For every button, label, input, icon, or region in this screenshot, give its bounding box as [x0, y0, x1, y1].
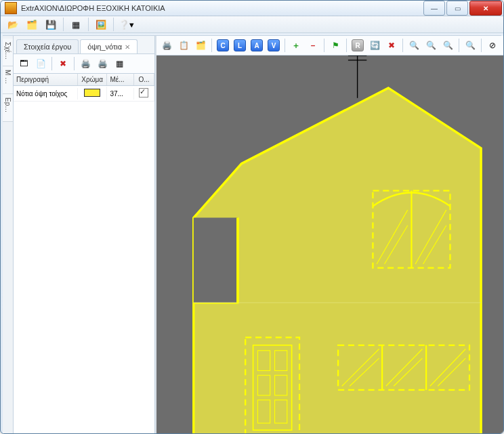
flag-icon[interactable]: ⚑ — [328, 38, 343, 53]
document-tabs: Στοιχεία έργου όψη_νότια ✕ — [14, 36, 154, 54]
open-icon[interactable]: 📂 — [5, 16, 21, 32]
drawing-canvas[interactable] — [156, 56, 504, 434]
cell-desc: Νότια όψη τοίχος — [14, 88, 78, 100]
tab-project-label: Στοιχεία έργου — [24, 43, 71, 51]
r-badge-button[interactable]: R — [350, 38, 365, 53]
table-row[interactable]: Νότια όψη τοίχος 37... — [14, 86, 154, 102]
subtract-icon[interactable]: － — [306, 38, 320, 53]
left-panel: Στοιχεία έργου όψη_νότια ✕ 🗔 📄 ✖ 🖨️ 🖨️ ▦ — [14, 36, 155, 434]
tab-project[interactable]: Στοιχεία έργου — [16, 39, 79, 53]
col-color[interactable]: Χρώμα — [78, 74, 107, 85]
folder-icon[interactable]: 🗂️ — [24, 16, 40, 32]
zoom-out-icon[interactable]: 🔍 — [423, 38, 438, 53]
app-icon — [5, 2, 17, 14]
exclude-icon[interactable]: ⊘ — [485, 38, 500, 53]
col-desc[interactable]: Περιγραφή — [14, 74, 78, 85]
properties-grid: Περιγραφή Χρώμα Μέ... O... Νότια όψη τοί… — [14, 74, 154, 434]
main-toolbar: 📂 🗂️ 💾 ▦ 🖼️ ❔▾ — [1, 16, 503, 33]
copy-icon[interactable]: 📄 — [33, 56, 48, 71]
vtab-1[interactable]: Σχέ… — [3, 39, 13, 66]
app-window: ExtrAXION\ΔΙΩΡΟΦΗ ΕΞΟΧΙΚΗ ΚΑΤΟΙΚΙΑ — ▭ ✕… — [0, 0, 504, 434]
vtab-3[interactable]: Εp… — [3, 94, 13, 122]
titlebar: ExtrAXION\ΔΙΩΡΟΦΗ ΕΞΟΧΙΚΗ ΚΑΤΟΙΚΙΑ — ▭ ✕ — [1, 1, 503, 16]
table-icon[interactable]: ▦ — [112, 56, 127, 71]
tab-view-label: όψη_νότια — [87, 43, 122, 51]
viewer-toolbar: 🖨️ 📋 🗂️ C L A V ＋ － ⚑ R 🔄 ✖ 🔍 🔍 — [156, 36, 504, 56]
cell-color — [78, 87, 107, 100]
door — [245, 337, 299, 434]
clipboard-icon[interactable]: 📋 — [176, 38, 191, 53]
window-title: ExtrAXION\ΔΙΩΡΟΦΗ ΕΞΟΧΙΚΗ ΚΑΤΟΙΚΙΑ — [21, 4, 422, 12]
vtab-2[interactable]: Μ … — [3, 66, 13, 94]
zoom-extents-icon[interactable]: 🔍 — [463, 38, 478, 53]
l-mode-button[interactable]: L — [232, 38, 247, 53]
lower-windows — [338, 345, 469, 390]
c-mode-button[interactable]: C — [215, 38, 230, 53]
zoom-in-icon[interactable]: 🔍 — [406, 38, 421, 53]
layout-icon[interactable]: 🖼️ — [93, 16, 109, 32]
close-button[interactable]: ✕ — [469, 1, 502, 16]
refresh-icon[interactable]: 🔄 — [367, 38, 382, 53]
content-area: Σχέ… Μ … Εp… Στοιχεία έργου όψη_νότια ✕ … — [3, 35, 501, 434]
add-icon[interactable]: ＋ — [289, 38, 303, 53]
delete-icon[interactable]: ✖ — [56, 56, 70, 71]
drawing-viewer: 🖨️ 📋 🗂️ C L A V ＋ － ⚑ R 🔄 ✖ 🔍 🔍 — [156, 36, 504, 434]
upper-window — [373, 191, 450, 268]
grid-icon[interactable]: ▦ — [68, 16, 84, 32]
print-preview-icon[interactable]: 🖨️ — [95, 56, 110, 71]
v-mode-button[interactable]: V — [266, 38, 281, 53]
col-meas[interactable]: Μέ... — [107, 74, 134, 85]
tab-close-icon[interactable]: ✕ — [125, 43, 130, 51]
print-icon[interactable]: 🖨️ — [78, 56, 93, 71]
help-icon[interactable]: ❔▾ — [118, 16, 134, 32]
layers-icon[interactable]: 🗂️ — [193, 38, 208, 53]
minimize-button[interactable]: — — [423, 1, 445, 16]
checkbox-checked-icon[interactable] — [139, 88, 148, 97]
zoom-window-icon[interactable]: 🔍 — [440, 38, 455, 53]
col-o[interactable]: O... — [134, 74, 154, 85]
grid-header: Περιγραφή Χρώμα Μέ... O... — [14, 74, 154, 86]
cell-o — [134, 86, 154, 101]
a-mode-button[interactable]: A — [249, 38, 264, 53]
print-drawing-icon[interactable]: 🖨️ — [159, 38, 174, 53]
window-icon[interactable]: 🗔 — [16, 56, 31, 71]
panel-toolbar: 🗔 📄 ✖ 🖨️ 🖨️ ▦ — [14, 54, 154, 74]
cell-meas: 37... — [107, 88, 134, 100]
cancel-icon[interactable]: ✖ — [384, 38, 399, 53]
tab-view[interactable]: όψη_νότια ✕ — [80, 39, 138, 53]
vertical-tabs: Σχέ… Μ … Εp… — [3, 36, 14, 434]
save-icon[interactable]: 💾 — [43, 16, 59, 32]
maximize-button[interactable]: ▭ — [446, 1, 468, 16]
color-swatch[interactable] — [84, 89, 100, 97]
